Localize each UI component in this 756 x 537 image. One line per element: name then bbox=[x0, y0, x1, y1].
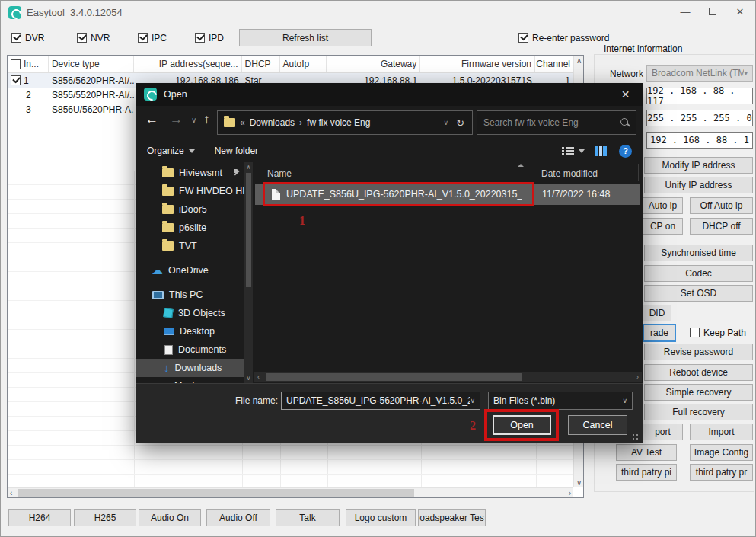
unify-ip-button[interactable]: Unify IP address bbox=[644, 177, 753, 193]
refresh-list-button[interactable]: Refresh list bbox=[239, 29, 372, 46]
header-firmware[interactable]: Firmware version bbox=[420, 56, 535, 72]
h264-button[interactable]: H264 bbox=[8, 509, 71, 526]
audio-on-button[interactable]: Audio On bbox=[139, 509, 201, 526]
upgrade-button[interactable]: rade bbox=[643, 324, 676, 342]
sidebar-item-tvt[interactable]: TVT bbox=[136, 237, 244, 255]
view-chevron-icon[interactable] bbox=[579, 149, 585, 153]
minimize-button[interactable]: — bbox=[673, 1, 697, 22]
scroll-up-icon[interactable]: ∧ bbox=[244, 164, 253, 171]
scroll-left-icon[interactable]: ‹ bbox=[257, 372, 260, 382]
nvr-checkbox[interactable] bbox=[77, 33, 87, 43]
network-dropdown[interactable]: Broadcom NetLink (TM▾ bbox=[646, 65, 753, 82]
audio-off-button[interactable]: Audio Off bbox=[206, 509, 270, 526]
logo-custom-button[interactable]: Logo custom bbox=[346, 509, 416, 526]
scrollbar-thumb[interactable] bbox=[18, 489, 414, 497]
dvr-checkbox[interactable] bbox=[11, 33, 21, 43]
breadcrumb-downloads[interactable]: Downloads bbox=[250, 117, 295, 128]
sidebar-item-desktop[interactable]: Desktop bbox=[136, 322, 244, 340]
sidebar-item-documents[interactable]: Documents bbox=[136, 340, 244, 359]
new-folder-button[interactable]: New folder bbox=[215, 145, 258, 156]
header-ip-address[interactable]: IP address(seque... bbox=[134, 56, 242, 72]
maximize-button[interactable] bbox=[700, 1, 725, 22]
keep-path-checkbox[interactable] bbox=[690, 328, 700, 337]
filter-ipd[interactable]: IPD bbox=[195, 33, 224, 43]
file-name-input[interactable]: UPDATE_S856U_IPG-5620PHR-AI_V1.5.0_2022(… bbox=[281, 392, 480, 410]
sidebar-item-3d-objects[interactable]: 3D Objects bbox=[136, 304, 244, 322]
cancel-button[interactable]: Cancel bbox=[568, 415, 627, 435]
resize-grip[interactable] bbox=[632, 433, 640, 441]
sidebar-item-p6slite[interactable]: p6slite bbox=[136, 219, 244, 237]
select-all-checkbox[interactable] bbox=[11, 59, 21, 69]
header-index[interactable]: In... bbox=[8, 56, 49, 72]
sidebar-item-music[interactable]: ♪Music bbox=[136, 377, 244, 383]
keep-path[interactable]: Keep Path bbox=[690, 328, 746, 338]
view-list-icon[interactable] bbox=[562, 146, 574, 156]
loudspeaker-test-button[interactable]: oadspeaker Tes bbox=[418, 509, 486, 526]
header-gateway[interactable]: Gateway bbox=[327, 56, 420, 72]
full-recovery-button[interactable]: Full recovery bbox=[644, 404, 753, 420]
image-config-button[interactable]: Image Config bbox=[690, 444, 753, 461]
preview-pane-icon[interactable] bbox=[595, 146, 607, 156]
scroll-right-icon[interactable]: › bbox=[636, 372, 639, 382]
third-party-right-button[interactable]: third patry pr bbox=[690, 464, 753, 481]
breadcrumb-folder[interactable]: fw fix voice Eng bbox=[307, 117, 370, 128]
forward-icon[interactable]: → bbox=[170, 112, 183, 127]
table-horizontal-scrollbar[interactable]: ‹ › bbox=[8, 487, 573, 497]
reenter-password[interactable]: Re-enter password bbox=[518, 33, 609, 43]
reboot-device-button[interactable]: Reboot device bbox=[644, 364, 753, 381]
sidebar-item-this-pc[interactable]: This PC bbox=[136, 286, 244, 304]
ip-address-field[interactable]: 192 . 168 . 88 . 117 bbox=[646, 88, 753, 104]
up-icon[interactable]: ↑ bbox=[203, 112, 210, 127]
file-type-dropdown[interactable]: Bin Files (*.bin) ∨ bbox=[488, 392, 633, 410]
header-autoip[interactable]: AutoIp bbox=[280, 56, 327, 72]
import-button[interactable]: Import bbox=[690, 424, 753, 440]
refresh-icon[interactable]: ↻ bbox=[456, 117, 472, 129]
reenter-password-checkbox[interactable] bbox=[518, 33, 528, 43]
help-icon[interactable]: ? bbox=[619, 145, 632, 158]
chevron-down-icon[interactable]: ∨ bbox=[470, 397, 475, 404]
set-osd-button[interactable]: Set OSD bbox=[644, 285, 753, 302]
sync-time-button[interactable]: Synchronised time bbox=[644, 245, 753, 261]
sidebar-item-idoor5[interactable]: iDoor5 bbox=[136, 200, 244, 219]
address-chevron-icon[interactable]: ∨ bbox=[436, 119, 457, 126]
breadcrumb-prefix[interactable]: « bbox=[240, 117, 245, 128]
dialog-close-button[interactable]: ✕ bbox=[608, 83, 643, 106]
subnet-mask-field[interactable]: 255 . 255 . 255 . 0 bbox=[646, 110, 753, 126]
organize-menu[interactable]: Organize bbox=[147, 145, 184, 156]
address-bar[interactable]: « Downloads › fw fix voice Eng ∨ ↻ bbox=[217, 110, 473, 135]
sidebar-item-fw-hivdeo[interactable]: FW HIVDEO HP- bbox=[136, 182, 244, 200]
header-device-type[interactable]: Device type bbox=[49, 56, 134, 72]
dhcp-on-button[interactable]: CP on bbox=[643, 218, 683, 235]
scrollbar-thumb[interactable] bbox=[246, 173, 251, 287]
filter-nvr[interactable]: NVR bbox=[77, 33, 110, 43]
ipc-checkbox[interactable] bbox=[138, 33, 148, 43]
close-button[interactable]: ✕ bbox=[728, 1, 752, 22]
filter-ipc[interactable]: IPC bbox=[138, 33, 167, 43]
sidebar-item-hiviewsmt[interactable]: Hiviewsmt bbox=[136, 164, 244, 182]
file-list-horizontal-scrollbar[interactable]: ‹ › bbox=[254, 372, 642, 382]
search-box[interactable]: Search fw fix voice Eng bbox=[477, 110, 636, 135]
talk-button[interactable]: Talk bbox=[276, 509, 340, 526]
revise-password-button[interactable]: Revise password bbox=[644, 344, 753, 360]
gateway-field[interactable]: 192 . 168 . 88 . 1 bbox=[646, 132, 753, 149]
ipd-checkbox[interactable] bbox=[195, 33, 205, 43]
av-test-button[interactable]: AV Test bbox=[616, 444, 677, 461]
simple-recovery-button[interactable]: Simple recovery bbox=[644, 384, 753, 401]
third-party-left-button[interactable]: third patry pi bbox=[616, 464, 677, 481]
row-checkbox[interactable] bbox=[11, 75, 21, 85]
modify-ip-button[interactable]: Modify IP address bbox=[644, 157, 753, 174]
sidebar-item-downloads[interactable]: ↓Downloads bbox=[136, 359, 244, 377]
header-channel[interactable]: Channel bbox=[535, 56, 573, 72]
h265-button[interactable]: H265 bbox=[74, 509, 136, 526]
sidebar-scrollbar[interactable]: ∧ ∨ bbox=[244, 162, 253, 383]
did-button[interactable]: DID bbox=[643, 305, 671, 321]
date-modified-column-header[interactable]: Date modified bbox=[541, 168, 598, 179]
sidebar-item-onedrive[interactable]: ☁OneDrive bbox=[136, 261, 244, 280]
off-auto-ip-button[interactable]: Off Auto ip bbox=[690, 197, 753, 214]
dhcp-off-button[interactable]: DHCP off bbox=[690, 218, 753, 235]
filter-dvr[interactable]: DVR bbox=[11, 33, 44, 43]
search-icon[interactable] bbox=[620, 118, 630, 127]
export-button[interactable]: port bbox=[643, 424, 683, 440]
codec-button[interactable]: Codec bbox=[644, 265, 753, 282]
scroll-down-icon[interactable]: ∨ bbox=[244, 375, 253, 382]
